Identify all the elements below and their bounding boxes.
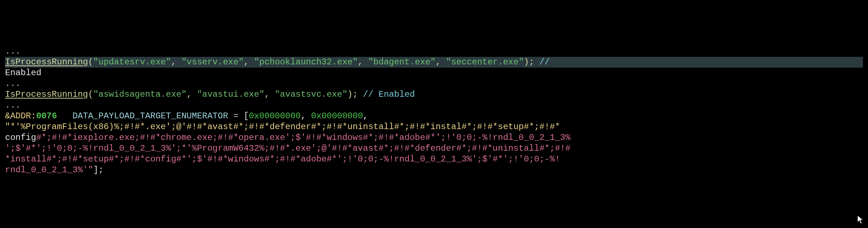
string-arg: "updatesrv.exe" [93, 57, 171, 67]
data-string: config [5, 133, 36, 142]
paren-close: ); [348, 90, 363, 99]
ellipsis: ... [5, 79, 21, 88]
ellipsis: ... [5, 100, 21, 110]
string-arg: "avastui.exe" [197, 90, 264, 99]
comma: , [264, 90, 275, 99]
function-name: IsProcessRunning [5, 90, 88, 99]
address-key: ADDR: [10, 111, 36, 121]
data-string: rndl_0_0_2_1_3%'" [5, 165, 93, 175]
comma: , [171, 57, 182, 67]
address-number: 0076 [36, 111, 57, 121]
hex-literal: 0x00000000 [249, 111, 301, 121]
equals: = [228, 111, 243, 121]
string-arg: "aswidsagenta.exe" [93, 90, 187, 99]
hex-literal: 0x00000000 [311, 111, 363, 121]
identifier: DATA_PAYLOAD_TARGET_ENUMERATOR [72, 111, 228, 121]
comma: , [358, 57, 368, 67]
highlighted-line: IsProcessRunning("updatesrv.exe", "vsser… [5, 57, 863, 68]
data-string: #*;#!#*iexplore.exe;#!#*chrome.exe;#!#*o… [36, 133, 570, 142]
data-string: ';$'#*';!'0;0;-%!rndl_0_0_2_1_3%';*'%Pro… [5, 143, 571, 153]
comma: , [363, 111, 368, 121]
data-string: *install#*;#!#*setup#*;#!#*config#*';$'#… [5, 154, 560, 164]
comma: , [244, 57, 254, 67]
string-arg: "avastsvc.exe" [275, 90, 348, 99]
paren-open: ( [88, 90, 93, 99]
text-enabled: Enabled [5, 68, 41, 78]
string-arg: "pchooklaunch32.exe" [254, 57, 358, 67]
bracket-close: ]; [93, 165, 104, 175]
paren-close: ); [524, 57, 539, 67]
comment: // [540, 57, 550, 67]
ellipsis: ... [5, 46, 21, 56]
spacer [57, 111, 72, 121]
paren-open: ( [88, 57, 93, 67]
comma: , [435, 57, 446, 67]
string-arg: "bdagent.exe" [368, 57, 435, 67]
comment: // Enabled [363, 90, 415, 99]
string-arg: "seccenter.exe" [446, 57, 524, 67]
function-name: IsProcessRunning [5, 57, 88, 67]
code-block: ... IsProcessRunning("updatesrv.exe", "v… [0, 43, 868, 178]
string-arg: "vsserv.exe" [182, 57, 244, 67]
bracket-open: [ [244, 111, 249, 121]
mouse-cursor-icon [857, 215, 864, 224]
address-amp: & [5, 111, 10, 121]
comma: , [187, 90, 197, 99]
data-string: "*'%ProgramFiles(x86)%;#!#*.exe';@'#!#*a… [5, 122, 560, 132]
comma: , [301, 111, 311, 121]
